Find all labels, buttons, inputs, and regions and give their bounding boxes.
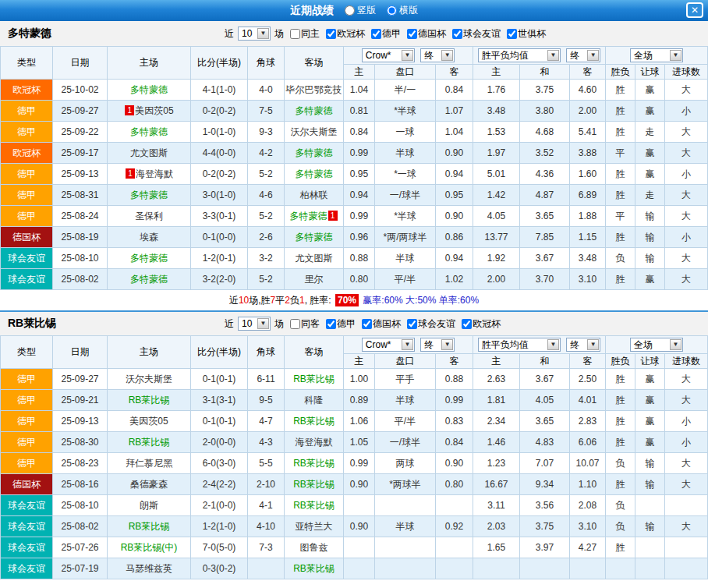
- league-filter[interactable]: 德国杯: [407, 27, 446, 41]
- wdl-final-select[interactable]: 终▼: [566, 338, 600, 352]
- score-cell: 2-0(0-0): [191, 432, 248, 453]
- away-team-cell: 尤文图斯: [285, 248, 344, 269]
- league-filter-checkbox[interactable]: [326, 319, 336, 329]
- league-filter-label: 德甲: [382, 27, 401, 41]
- away-team-cell: RB莱比锡: [285, 558, 344, 579]
- corner-cell: 4-7: [248, 411, 285, 432]
- close-icon[interactable]: ✕: [686, 2, 703, 18]
- wdl-mean-select[interactable]: 胜平负均值▼: [478, 48, 561, 62]
- score-cell: 0-2(0-2): [191, 101, 248, 122]
- result-cell: 平: [606, 143, 635, 164]
- score-cell: 0-1(0-1): [191, 369, 248, 390]
- league-filter-checkbox[interactable]: [507, 29, 517, 39]
- odds-source-select[interactable]: Crow*▼: [362, 338, 415, 352]
- league-filter-checkbox[interactable]: [326, 29, 336, 39]
- goals-cell: [665, 495, 708, 516]
- result-cell: 胜: [606, 474, 635, 495]
- league-filter[interactable]: 欧冠杯: [462, 317, 501, 331]
- col-date: 日期: [53, 47, 108, 80]
- col-score: 比分(半场): [191, 336, 248, 369]
- corner-cell: 4-2: [248, 143, 285, 164]
- league-filter-checkbox[interactable]: [462, 319, 472, 329]
- vertical-radio[interactable]: [345, 5, 355, 16]
- layout-option-vertical[interactable]: 竖版: [345, 4, 376, 17]
- league-filter[interactable]: 德甲: [326, 317, 356, 331]
- league-filter-checkbox[interactable]: [407, 319, 417, 329]
- away-team-cell: 毕尔巴鄂竞技: [285, 80, 344, 101]
- away-team-name: 科隆: [305, 395, 324, 406]
- match-row: 球会友谊25-08-02多特蒙德3-2(2-0)5-2里尔0.80平/半1.02…: [1, 269, 708, 290]
- final-odds-select[interactable]: 终▼: [420, 338, 455, 352]
- same-venue-filter-checkbox[interactable]: [290, 319, 300, 329]
- match-row: 德甲25-09-13美因茨050-1(0-1)4-7RB莱比锡1.06平/半0.…: [1, 411, 708, 432]
- same-venue-filter[interactable]: 同客: [290, 317, 320, 331]
- league-cell: 球会友谊: [1, 269, 53, 290]
- league-filter[interactable]: 欧冠杯: [326, 27, 365, 41]
- handicap-result-cell: 赢: [635, 369, 665, 390]
- result-cell: [606, 558, 635, 579]
- draw-odds-cell: 3.65: [520, 411, 570, 432]
- date-cell: 25-07-19: [53, 558, 108, 579]
- away-team-cell: RB莱比锡: [285, 474, 344, 495]
- handicap-cell: 半/一: [375, 80, 436, 101]
- corner-cell: 5-2: [248, 269, 285, 290]
- match-row: 球会友谊25-07-26RB莱比锡(中)7-0(5-0)7-3图鲁兹1.653.…: [1, 537, 708, 558]
- result-cell: 胜: [606, 390, 635, 411]
- match-row: 德甲25-09-21RB莱比锡3-1(3-1)9-5科隆0.89半球0.991.…: [1, 390, 708, 411]
- match-count-select[interactable]: 10▼: [238, 317, 271, 331]
- draw-odds-cell: 7.07: [520, 453, 570, 474]
- league-cell: 球会友谊: [1, 495, 53, 516]
- result-cell: 胜: [606, 185, 635, 206]
- handicap-cell: [375, 537, 436, 558]
- away-team-cell: RB莱比锡: [285, 369, 344, 390]
- scope-select[interactable]: 全场▼: [630, 338, 683, 352]
- away-team-cell: 多特蒙德: [285, 101, 344, 122]
- league-filter-checkbox[interactable]: [362, 319, 372, 329]
- match-count-select[interactable]: 10▼: [238, 27, 271, 41]
- league-filter[interactable]: 球会友谊: [407, 317, 455, 331]
- handicap-odds-home-cell: 1.04: [344, 80, 375, 101]
- goals-cell: [665, 558, 708, 579]
- league-filter[interactable]: 球会友谊: [452, 27, 501, 41]
- same-venue-filter-checkbox[interactable]: [290, 29, 300, 39]
- record-summary: 近10场,胜7平2负1, 胜率: 70% 赢率:60% 大:50% 单率:60%: [0, 290, 708, 310]
- league-filter-checkbox[interactable]: [371, 29, 381, 39]
- horizontal-radio[interactable]: [387, 5, 397, 16]
- handicap-result-cell: 赢: [635, 101, 665, 122]
- league-filter-checkbox[interactable]: [407, 29, 417, 39]
- result-cell: 负: [606, 495, 635, 516]
- home-team-name: 美因茨05: [129, 416, 168, 427]
- handicap-odds-away-cell: 0.92: [436, 516, 473, 537]
- same-venue-filter-label: 同客: [301, 317, 320, 331]
- league-filter[interactable]: 德国杯: [362, 317, 401, 331]
- lose-odds-cell: 4.27: [570, 537, 606, 558]
- home-team-name: RB莱比锡: [129, 395, 170, 406]
- away-team-cell: 柏林联: [285, 185, 344, 206]
- home-team-name: 马瑟维兹英: [126, 563, 172, 574]
- handicap-odds-away-cell: 0.90: [436, 143, 473, 164]
- home-team-name: 埃森: [140, 232, 158, 243]
- summary-segment: 平: [275, 294, 285, 307]
- win-odds-cell: 1.97: [473, 143, 520, 164]
- league-filter[interactable]: 世俱杯: [507, 27, 546, 41]
- summary-segment: 负: [290, 294, 299, 307]
- date-cell: 25-10-02: [53, 80, 108, 101]
- chevron-down-icon: ▼: [402, 50, 413, 61]
- goals-cell: 大: [665, 390, 708, 411]
- home-team-cell: 1海登海默: [108, 164, 191, 185]
- handicap-cell: 平/半: [375, 269, 436, 290]
- layout-option-horizontal[interactable]: 横版: [387, 4, 418, 17]
- scope-select[interactable]: 全场▼: [630, 48, 683, 62]
- same-venue-filter[interactable]: 同主: [290, 27, 320, 41]
- corner-cell: [248, 558, 285, 579]
- final-odds-select[interactable]: 终▼: [420, 48, 455, 62]
- league-filter[interactable]: 德甲: [371, 27, 401, 41]
- wdl-final-select[interactable]: 终▼: [566, 48, 600, 62]
- wdl-mean-select[interactable]: 胜平负均值▼: [478, 338, 561, 352]
- win-odds-cell: 2.34: [473, 411, 520, 432]
- summary-segment: 7: [271, 295, 276, 306]
- odds-source-select[interactable]: Crow*▼: [362, 48, 415, 62]
- league-filter-checkbox[interactable]: [452, 29, 462, 39]
- home-team-cell: RB莱比锡: [108, 516, 191, 537]
- handicap-cell: 一/球半: [375, 185, 436, 206]
